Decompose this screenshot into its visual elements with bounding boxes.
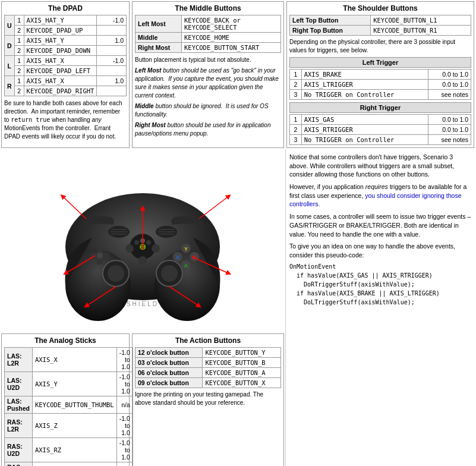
dpad-dir-L: L [5,56,15,76]
shield-text: SHIELD [127,301,159,307]
dpad-title: The DPAD [4,4,127,12]
controller-image-area: ⊕ Y B A X [0,149,285,332]
controller-area: ⊕ Y B A X [2,152,283,330]
dpad-panel: The DPAD U1AXIS_HAT_Y-1.02KEYCODE_DPAD_U… [1,1,130,148]
right-trigger-title: Right Trigger [289,102,471,113]
left-trigger-title: Left Trigger [289,57,471,68]
btn-x: X [176,254,179,260]
action-note: Ignore the printing on your testing game… [135,391,281,407]
right-p2: However, if you application requires tri… [289,182,472,209]
dpad-note: Be sure to handle both cases above for e… [4,99,127,141]
controller-svg: ⊕ Y B A X [33,155,253,327]
dpad-center [97,253,103,259]
dpad-dir-D: D [5,36,15,56]
middle-title: The Middle Buttons [135,4,281,12]
analog-title: The Analog Sticks [4,336,127,345]
middle-table: Left MostKEYCODE_BACK or KEYCODE_SELECTM… [135,15,281,53]
left-stick [108,265,124,282]
shoulder-panel: The Shoulder Buttons Left Top ButtonKEYC… [286,1,474,148]
arrow-left-bumper [62,196,86,219]
btn-start [152,244,160,253]
right-stick [161,265,178,282]
middle-note3: Middle button should be ignored. It is u… [135,102,281,119]
vol-btn-l [134,240,139,245]
btn-home-ring [138,256,147,265]
shoulder-top-table: Left Top ButtonKEYCODE_BUTTON_L1Right To… [289,15,471,36]
btn-back [125,244,134,253]
btn-y: Y [184,246,188,252]
left-trigger-table: 1AXIS_BRAKE0.0 to 1.02AXIS_LTRIGGER0.0 t… [289,69,471,100]
right-p3: In some cases, a controller will seem to… [289,212,472,238]
arrow-right-bumper [199,196,229,219]
middle-note2: Left Most button should be used as "go b… [135,67,281,100]
middle-note1: Button placement is typical but not abso… [135,56,281,64]
analog-panel: The Analog Sticks LAS: L2RAXIS_X-1.0 to … [1,333,130,466]
dpad-dir-R: R [5,76,15,96]
right-description: Notice that some controllers don't have … [285,149,475,466]
dpad-dir-U: U [5,15,15,36]
middle-note4: Right Most button should be used for in … [135,121,281,138]
vol-btn-r [146,240,151,245]
shoulder-title: The Shoulder Buttons [289,4,471,12]
btn-a: A [184,263,188,269]
code-block: OnMotionEvent if hasValue(AXIS_GAS || AX… [289,262,472,307]
action-table: 12 o'clock buttonKEYCODE_BUTTON_Y03 o'cl… [135,347,281,388]
middle-panel: The Middle Buttons Left MostKEYCODE_BACK… [132,1,284,148]
dpad-table: U1AXIS_HAT_Y-1.02KEYCODE_DPAD_UPD1AXIS_H… [4,15,127,96]
analog-table: LAS: L2RAXIS_X-1.0 to 1.0LAS: U2DAXIS_Y-… [4,347,133,466]
right-p4: To give you an idea on one way to handle… [289,242,472,259]
action-title: The Action Buttons [135,336,281,345]
right-p1: Notice that some controllers don't have … [289,153,472,179]
right-trigger-table: 1AXIS_GAS0.0 to 1.02AXIS_RTRIGGER0.0 to … [289,114,471,145]
action-panel: The Action Buttons 12 o'clock buttonKEYC… [132,333,284,466]
shoulder-intro: Depending on the physical controller, th… [289,38,471,55]
